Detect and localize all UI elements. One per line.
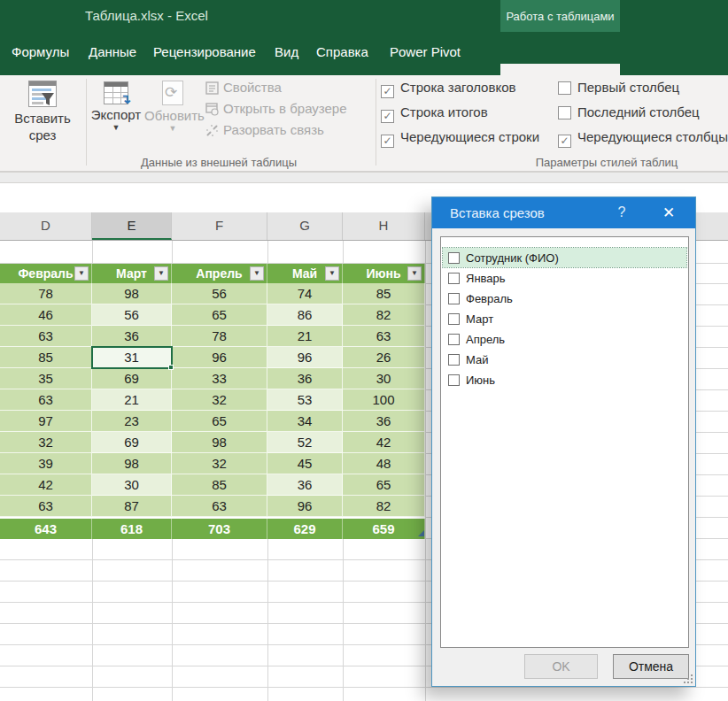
table-cell[interactable]: 65: [172, 411, 267, 432]
table-cell[interactable]: 65: [343, 474, 425, 496]
table-cell[interactable]: 26: [343, 347, 425, 368]
table-cell[interactable]: 53: [267, 389, 343, 411]
ok-button[interactable]: OK: [524, 654, 598, 679]
table-cell[interactable]: 63: [0, 326, 92, 347]
table-cell[interactable]: 97: [0, 411, 92, 432]
dialog-title-bar[interactable]: Вставка срезов ? ✕: [432, 197, 695, 228]
style-option-banded-columns-checkbox[interactable]: ✓: [558, 135, 571, 148]
table-cell[interactable]: 82: [343, 304, 425, 326]
style-option-banded-rows[interactable]: ✓Чередующиеся строки: [381, 129, 539, 145]
table-cell[interactable]: 48: [343, 453, 425, 474]
table-cell[interactable]: 82: [343, 496, 425, 517]
slicer-option-may-checkbox[interactable]: [448, 354, 460, 366]
filter-dropdown-button[interactable]: ▼: [154, 266, 168, 281]
table-cell[interactable]: 21: [92, 389, 172, 411]
slicer-option-june-checkbox[interactable]: [448, 374, 460, 386]
table-header-Февраль[interactable]: Февраль▼: [0, 264, 92, 283]
table-cell[interactable]: 96: [172, 347, 267, 368]
style-option-banded-rows-checkbox[interactable]: ✓: [381, 135, 394, 148]
table-cell[interactable]: 65: [172, 304, 267, 326]
table-cell[interactable]: 34: [267, 411, 343, 432]
table-cell[interactable]: 78: [172, 326, 267, 347]
filter-dropdown-button[interactable]: ▼: [325, 266, 339, 281]
table-cell[interactable]: 32: [172, 453, 267, 474]
slicer-option-may[interactable]: Май: [443, 350, 686, 369]
table-cell[interactable]: 85: [172, 474, 267, 496]
table-total-cell[interactable]: 703: [172, 519, 267, 539]
table-cell[interactable]: 35: [0, 368, 92, 389]
style-option-banded-columns[interactable]: ✓Чередующиеся столбцы: [558, 129, 728, 145]
slicer-option-june[interactable]: Июнь: [443, 370, 686, 389]
slicer-option-march[interactable]: Март: [443, 309, 686, 328]
column-header-D[interactable]: D: [0, 212, 92, 240]
table-cell[interactable]: 23: [92, 411, 172, 432]
table-cell[interactable]: 98: [92, 453, 172, 474]
style-option-total-row[interactable]: ✓Строка итогов: [381, 104, 488, 120]
table-cell[interactable]: 100: [343, 389, 425, 411]
slicer-option-employee[interactable]: Сотрудник (ФИО): [443, 248, 686, 267]
style-option-total-row-checkbox[interactable]: ✓: [381, 110, 394, 123]
insert-slicer-button[interactable]: Вставить срез: [4, 77, 81, 167]
table-cell[interactable]: 63: [172, 496, 267, 517]
table-cell[interactable]: 21: [267, 326, 343, 347]
table-cell[interactable]: 86: [267, 304, 343, 326]
tab-view[interactable]: Вид: [275, 44, 298, 59]
style-option-first-column-checkbox[interactable]: [558, 81, 571, 95]
slicer-option-employee-checkbox[interactable]: [448, 252, 460, 264]
table-cell[interactable]: 85: [0, 347, 92, 368]
filter-dropdown-button[interactable]: ▼: [250, 266, 264, 281]
table-cell[interactable]: 33: [172, 368, 267, 389]
table-cell[interactable]: 87: [92, 496, 172, 517]
table-cell[interactable]: 96: [267, 496, 343, 517]
table-cell[interactable]: 74: [267, 283, 343, 304]
slicer-option-february[interactable]: Февраль: [443, 289, 686, 308]
table-header-Май[interactable]: Май▼: [267, 264, 343, 283]
fill-handle[interactable]: [168, 365, 174, 370]
slicer-option-april-checkbox[interactable]: [448, 334, 460, 345]
slicer-option-april[interactable]: Апрель: [443, 329, 686, 349]
table-cell[interactable]: 85: [343, 283, 425, 304]
table-cell[interactable]: 30: [92, 474, 172, 496]
open-in-browser-button[interactable]: Открыть в браузере: [205, 101, 347, 119]
table-cell[interactable]: 39: [0, 453, 92, 474]
table-cell[interactable]: 69: [92, 432, 172, 453]
slicer-option-february-checkbox[interactable]: [448, 293, 460, 304]
table-cell[interactable]: 63: [343, 326, 425, 347]
table-cell[interactable]: 42: [0, 474, 92, 496]
tab-review[interactable]: Рецензирование: [153, 44, 256, 59]
properties-button[interactable]: Свойства: [205, 80, 282, 97]
column-header-G[interactable]: G: [267, 212, 343, 240]
table-total-cell[interactable]: 659: [343, 519, 425, 539]
table-cell[interactable]: 52: [267, 432, 343, 453]
column-header-H[interactable]: H: [343, 212, 425, 240]
table-cell[interactable]: 30: [343, 368, 425, 389]
table-cell[interactable]: 36: [92, 326, 172, 347]
tab-help[interactable]: Справка: [316, 44, 368, 59]
table-total-cell[interactable]: 629: [267, 519, 343, 539]
table-cell[interactable]: 96: [267, 347, 343, 368]
tab-formulas[interactable]: Формулы: [12, 44, 69, 59]
slicer-option-january[interactable]: Январь: [443, 268, 686, 288]
table-header-Июнь[interactable]: Июнь▼: [343, 264, 425, 283]
filter-dropdown-button[interactable]: ▼: [74, 266, 89, 281]
dialog-close-button[interactable]: ✕: [658, 204, 679, 222]
table-cell[interactable]: 32: [172, 389, 267, 411]
table-cell[interactable]: 56: [92, 304, 172, 326]
table-cell[interactable]: 45: [267, 453, 343, 474]
style-option-last-column[interactable]: Последний столбец: [558, 104, 700, 120]
style-option-last-column-checkbox[interactable]: [558, 106, 571, 119]
table-cell[interactable]: 69: [92, 368, 172, 389]
table-cell[interactable]: 32: [0, 432, 92, 453]
column-header-E[interactable]: E: [92, 212, 172, 240]
table-total-cell[interactable]: 618: [92, 519, 172, 539]
table-cell[interactable]: 42: [343, 432, 425, 453]
dialog-resize-grip[interactable]: [684, 674, 693, 683]
style-option-header-row-checkbox[interactable]: ✓: [381, 85, 394, 98]
table-cell[interactable]: 98: [172, 432, 267, 453]
table-cell[interactable]: 36: [267, 368, 343, 389]
slicer-option-january-checkbox[interactable]: [448, 273, 460, 284]
dialog-help-button[interactable]: ?: [613, 204, 631, 220]
refresh-button[interactable]: ⟳ Обновить ▼: [144, 77, 201, 167]
table-cell[interactable]: 31: [92, 347, 172, 368]
tab-data[interactable]: Данные: [89, 44, 136, 59]
